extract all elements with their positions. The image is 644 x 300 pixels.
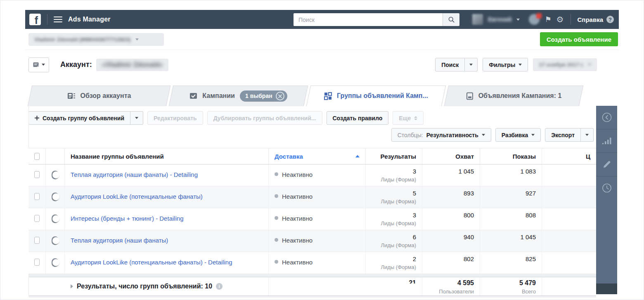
select-all-checkbox[interactable] [34,153,40,160]
result-type-label: Лиды (Форма) [372,198,416,205]
status-toggle[interactable] [52,214,59,223]
summary-label-cell: Результаты, число групп объявлений: 10 [65,277,269,295]
adset-name-link[interactable]: Аудитория LookLike (потенциальные фанаты… [71,259,232,266]
impressions-value: 1 083 [486,168,536,175]
result-type-label: Лиды (Форма) [372,264,416,270]
column-header-impressions[interactable]: Показы [480,148,542,164]
tab-label: Кампании [202,92,235,100]
breakdown-button[interactable]: Разбивка [495,128,541,142]
adsets-table: Название группы объявлений Доставка Резу… [28,148,596,274]
campaigns-icon [189,92,197,100]
table-row: Теплая аудитория (наши фанаты) Неактивно… [28,230,596,252]
history-button[interactable] [596,176,617,200]
results-value: 3 [372,168,416,175]
tab-ads[interactable]: Объявления Кампания: 1 [445,86,582,106]
help-question-icon: ? [606,16,614,23]
column-header-reach[interactable]: Охват [422,148,480,164]
column-header-name[interactable]: Название группы объявлений [65,148,269,164]
status-toggle[interactable] [52,236,59,245]
adsets-panel: Создать группу объявлений Редактировать … [25,106,619,298]
totals-overlay [375,283,421,295]
toggle-column-header [46,148,65,164]
charts-button[interactable] [596,129,617,153]
search-input[interactable] [294,13,443,26]
search-filter-caret[interactable] [465,58,478,71]
reach-value: 800 [428,212,474,219]
search-filter-button[interactable]: Поиск [435,58,465,71]
clock-icon [601,183,612,193]
adset-name-link[interactable]: Интересы (бренды + тюнинг) - Detailing [71,215,184,222]
date-range-selector[interactable]: 17 ноября 2017 г. [533,58,597,71]
screenshot-canvas: f Ads Manager Евгений ⚑ ⚙ Справка ? [0,0,644,300]
result-type-label: Лиды (Форма) [372,242,416,248]
tab-adsets[interactable]: Группы объявлений Камп... [307,86,445,106]
create-rule-button[interactable]: Создать правило [327,111,389,125]
chevron-down-icon [482,134,485,136]
result-type-label: Лиды (Форма) [372,176,416,183]
notification-badge [536,13,542,19]
status-dot-icon [275,216,278,220]
status-toggle[interactable] [52,171,59,179]
results-total-cell: 21 Лиды (Форма) [366,277,422,295]
top-navbar: f Ads Manager Евгений ⚑ ⚙ Справка ? [25,10,619,29]
tab-campaigns[interactable]: Кампании 1 выбран [170,86,307,106]
info-icon[interactable] [216,283,223,290]
pencil-icon [602,160,612,169]
table-summary-gap [28,274,596,277]
gear-icon[interactable]: ⚙ [556,15,564,24]
collapse-sidebar-button[interactable] [596,106,617,129]
chevron-down-icon [135,117,138,119]
impressions-value: 808 [486,212,536,219]
hamburger-menu-icon[interactable] [54,17,62,22]
adset-name-link[interactable]: Аудитория LookLike (потенциальные фанаты… [71,193,203,200]
ad-account-selector[interactable]: Vladimir Zdonald (8980443677712823) [28,33,164,46]
delivery-status: Неактивно [282,259,313,266]
export-caret[interactable] [581,128,594,142]
create-ad-button[interactable]: Создать объявление [540,32,618,46]
column-header-truncated[interactable]: Ц [542,148,596,164]
row-checkbox[interactable] [34,237,40,244]
filters-button[interactable]: Фильтры [483,58,528,71]
avatar[interactable] [472,14,483,25]
table-row: Интересы (бренды + тюнинг) - Detailing Н… [28,208,596,230]
table-row: Теплая аудитория (наши фанаты) - Detaili… [28,164,596,186]
row-checkbox[interactable] [34,215,40,222]
result-type-label: Лиды (Форма) [372,220,416,226]
impressions-value: 927 [486,190,536,197]
row-checkbox[interactable] [34,193,40,200]
facebook-logo[interactable]: f [29,14,41,25]
create-adset-button[interactable]: Создать группу объявлений [28,111,130,125]
chevron-down-icon [135,38,139,40]
export-button[interactable]: Экспорт [545,128,581,142]
row-checkbox[interactable] [34,171,40,178]
row-checkbox[interactable] [34,259,40,266]
impressions-total-cell: 5 479 Всего [480,277,542,295]
user-menu[interactable]: Евгений [488,16,511,23]
create-adset-caret[interactable] [130,111,143,125]
clear-selection-icon[interactable] [276,92,284,100]
sidebar-footer [596,283,617,294]
account-label: Аккаунт: [60,60,92,69]
reach-value: 940 [428,233,474,240]
adset-name-link[interactable]: Теплая аудитория (наши фанаты) [71,237,168,244]
pages-flag-icon[interactable]: ⚑ [545,16,551,23]
status-toggle[interactable] [52,258,59,267]
tab-account-overview[interactable]: Обзор аккаунта [28,86,170,106]
adset-name-link[interactable]: Теплая аудитория (наши фанаты) - Detaili… [71,171,198,178]
ads-manager-window: f Ads Manager Евгений ⚑ ⚙ Справка ? [25,10,619,294]
selected-filter-badge[interactable]: 1 выбран [240,90,287,102]
help-button[interactable]: Справка ? [578,16,614,23]
actions-toolbar: Создать группу объявлений Редактировать … [25,106,619,125]
column-header-delivery[interactable]: Доставка [269,148,366,164]
ads-icon [466,92,474,100]
status-toggle[interactable] [52,193,59,201]
delivery-status: Неактивно [282,193,313,200]
columns-button[interactable]: Столбцы: Результативность [391,128,491,142]
column-header-results[interactable]: Результаты [366,148,422,164]
status-dot-icon [275,260,278,264]
notifications-icon[interactable] [529,14,540,25]
edit-button-rail[interactable] [596,153,617,176]
account-notes-dropdown[interactable] [28,57,49,72]
search-button[interactable] [443,13,459,26]
expand-caret-icon[interactable] [71,284,73,288]
